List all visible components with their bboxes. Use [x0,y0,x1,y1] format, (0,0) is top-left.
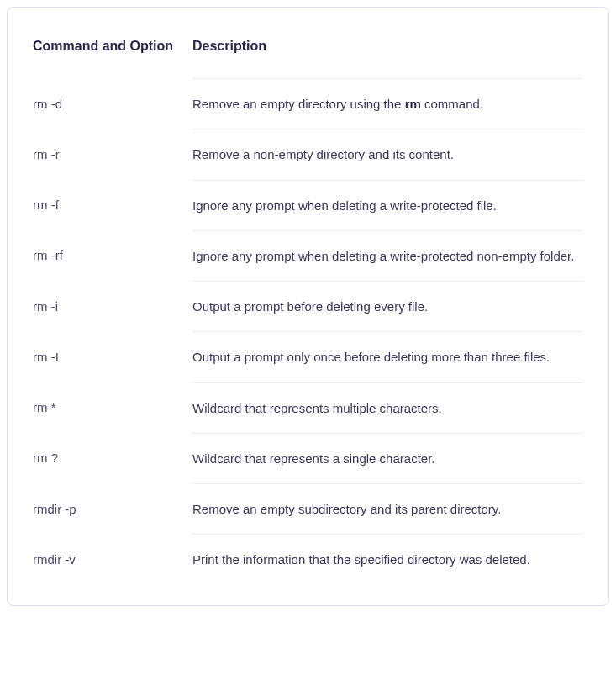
command-cell: rmdir -v [33,535,192,585]
table-row: rmdir -vPrint the information that the s… [33,535,583,585]
table-row: rm -iOutput a prompt before deleting eve… [33,282,583,332]
description-text: Remove an empty subdirectory and its par… [192,502,501,516]
command-table-card: Command and Option Description rm -dRemo… [7,7,609,606]
table-row: rm -IOutput a prompt only once before de… [33,332,583,382]
description-text: Output a prompt only once before deletin… [192,350,550,364]
table-row: rm -fIgnore any prompt when deleting a w… [33,180,583,230]
command-cell: rmdir -p [33,484,192,535]
table-row: rm -rfIgnore any prompt when deleting a … [33,230,583,281]
command-cell: rm -d [33,79,192,129]
header-description: Description [192,33,583,79]
description-text: Output a prompt before deleting every fi… [192,299,428,314]
command-cell: rm * [33,382,192,433]
description-text: Remove a non-empty directory and its con… [192,147,454,161]
table-row: rm -rRemove a non-empty directory and it… [33,129,583,180]
description-cell: Ignore any prompt when deleting a write-… [192,230,583,281]
command-cell: rm -f [33,180,192,230]
table-row: rm *Wildcard that represents multiple ch… [33,382,583,433]
description-bold: rm [405,97,421,111]
description-text: Print the information that the specified… [192,552,530,567]
description-cell: Remove a non-empty directory and its con… [192,129,583,180]
command-table: Command and Option Description rm -dRemo… [33,33,583,585]
description-text: Ignore any prompt when deleting a write-… [192,198,497,213]
description-cell: Output a prompt before deleting every fi… [192,282,583,332]
description-text: Ignore any prompt when deleting a write-… [192,249,574,263]
description-cell: Print the information that the specified… [192,535,583,585]
description-cell: Remove an empty subdirectory and its par… [192,484,583,535]
command-cell: rm -i [33,282,192,332]
description-cell: Output a prompt only once before deletin… [192,332,583,382]
description-text-post: command. [421,97,483,111]
description-cell: Wildcard that represents a single charac… [192,433,583,483]
command-cell: rm -I [33,332,192,382]
command-cell: rm -r [33,129,192,180]
description-cell: Ignore any prompt when deleting a write-… [192,180,583,230]
description-text: Remove an empty directory using the [192,97,405,111]
table-row: rmdir -pRemove an empty subdirectory and… [33,484,583,535]
command-cell: rm ? [33,433,192,483]
table-row: rm -dRemove an empty directory using the… [33,79,583,129]
description-cell: Remove an empty directory using the rm c… [192,79,583,129]
table-row: rm ?Wildcard that represents a single ch… [33,433,583,483]
table-header-row: Command and Option Description [33,33,583,79]
description-cell: Wildcard that represents multiple charac… [192,382,583,433]
description-text: Wildcard that represents multiple charac… [192,401,442,415]
description-text: Wildcard that represents a single charac… [192,451,434,466]
command-cell: rm -rf [33,230,192,281]
header-command: Command and Option [33,33,192,79]
